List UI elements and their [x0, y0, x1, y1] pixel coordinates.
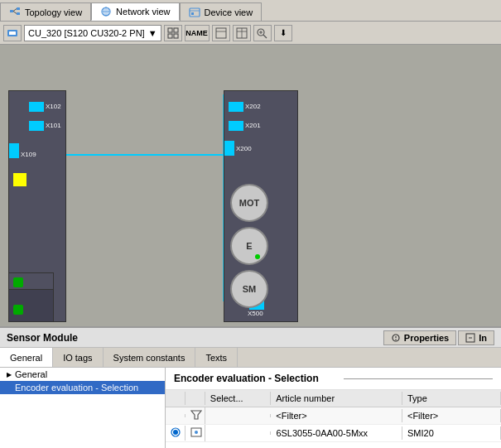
row1-select	[205, 431, 271, 435]
device-icon	[189, 7, 200, 18]
port-x101[interactable]	[29, 121, 44, 131]
dropdown-arrow: ▼	[148, 28, 157, 38]
mot-component[interactable]: MOT	[230, 184, 268, 222]
e-label: E	[246, 241, 252, 251]
svg-rect-14	[168, 28, 172, 32]
svg-point-39	[195, 431, 198, 434]
grid-icon	[167, 27, 179, 39]
svg-rect-1	[17, 7, 20, 10]
device-small-icon	[190, 426, 202, 438]
svg-rect-9	[190, 8, 200, 17]
tab-network[interactable]: Network view	[91, 2, 179, 21]
col-header-select: Select...	[205, 392, 271, 405]
svg-rect-15	[174, 28, 178, 32]
svg-rect-2	[17, 12, 20, 15]
info-icon	[465, 333, 475, 343]
device-dropdown[interactable]: CU_320 [S120 CU320-2 PN] ▼	[24, 25, 161, 41]
tree-arrow-general: ▶	[7, 371, 12, 378]
sm-component[interactable]: SM	[230, 270, 268, 308]
tab-topology[interactable]: Topology view	[0, 2, 91, 21]
toolbar-left-icon[interactable]	[3, 25, 22, 41]
col-article-label: Article number	[276, 393, 335, 403]
svg-marker-35	[191, 411, 201, 419]
svg-point-32	[395, 339, 397, 340]
svg-rect-11	[191, 12, 194, 15]
row1-type: SMI20	[402, 426, 501, 440]
port-x109[interactable]	[9, 143, 19, 158]
toolbar-btn-3[interactable]	[233, 25, 251, 41]
col-select-label: Select...	[210, 393, 243, 403]
device-label: CU_320 [S120 CU320-2 PN]	[28, 28, 145, 38]
bottom-tabs: General IO tags System constants Texts	[0, 348, 501, 368]
panel-header-buttons: Properties In	[383, 330, 494, 345]
tab-bar: Topology view Network view Device view	[0, 0, 501, 22]
info-btn[interactable]: In	[458, 330, 494, 345]
row1-radio	[166, 426, 185, 441]
tree-item-general-label: General	[15, 369, 47, 379]
svg-point-37	[173, 430, 178, 435]
tree-item-general[interactable]: ▶ General	[0, 368, 165, 381]
tab-system-constants[interactable]: System constants	[104, 348, 196, 367]
tab-texts[interactable]: Texts	[195, 348, 238, 367]
properties-btn[interactable]: Properties	[383, 330, 456, 345]
filter-type-text: <Filter>	[407, 411, 438, 421]
content-panel: Encoder evaluation - Selection Select...…	[166, 368, 501, 448]
port-x202[interactable]	[229, 102, 243, 112]
col-header-icon	[185, 392, 205, 405]
main-canvas: X102 X101 X109 X202 X201 X200 X500 MOT	[0, 45, 501, 326]
tab-io-tags-label: IO tags	[63, 353, 92, 363]
svg-rect-13	[9, 31, 16, 35]
svg-rect-18	[216, 28, 226, 38]
mot-label: MOT	[239, 198, 259, 208]
toolbar-btn-zoom[interactable]	[253, 25, 272, 41]
port-x200-label: X200	[236, 145, 252, 152]
title-underline	[344, 378, 493, 379]
tree-panel: ▶ General Encoder evaluation - Selection	[0, 368, 166, 448]
table-row-filter[interactable]: <Filter> <Filter>	[166, 407, 501, 425]
table-header: Select... Article number Type	[166, 390, 501, 407]
tree-item-encoder[interactable]: Encoder evaluation - Selection	[0, 381, 165, 394]
port-x102[interactable]	[29, 102, 44, 112]
tab-topology-label: Topology view	[25, 7, 82, 17]
tab-general[interactable]: General	[0, 348, 53, 367]
row-filter-article: <Filter>	[271, 409, 402, 422]
table-icon	[236, 27, 248, 39]
tree-item-encoder-label: Encoder evaluation - Selection	[15, 383, 138, 393]
row1-type-text: SMI20	[407, 428, 434, 438]
port-x200[interactable]	[224, 141, 234, 156]
e-component[interactable]: E	[230, 227, 268, 265]
tab-device[interactable]: Device view	[180, 2, 263, 21]
section-title-text: Encoder evaluation - Selection	[174, 373, 319, 384]
zoom-icon	[256, 27, 269, 39]
bottom-panel-title: Sensor Module	[7, 332, 78, 344]
info-btn-label: In	[479, 333, 487, 343]
svg-rect-0	[10, 10, 13, 12]
row-filter-type: <Filter>	[402, 409, 501, 422]
properties-btn-label: Properties	[404, 333, 449, 343]
filter-article-text: <Filter>	[276, 411, 306, 421]
tab-texts-label: Texts	[205, 353, 227, 363]
bottom-panel-header: Sensor Module Properties In	[0, 328, 501, 348]
network-icon	[100, 6, 112, 17]
svg-rect-16	[168, 34, 172, 38]
col-header-type: Type	[402, 392, 501, 405]
port-x102-label: X102	[46, 103, 61, 110]
svg-rect-17	[174, 34, 178, 38]
table-row-data-1[interactable]: 6SL3055-0AA00-5Mxx SMI20	[166, 425, 501, 442]
tab-network-label: Network view	[116, 7, 170, 17]
col-type-label: Type	[407, 393, 427, 403]
toolbar-btn-1[interactable]	[164, 25, 182, 41]
row-filter-select	[205, 414, 271, 417]
tab-io-tags[interactable]: IO tags	[53, 348, 103, 367]
tab-system-constants-label: System constants	[113, 353, 185, 363]
svg-line-3	[13, 8, 17, 11]
small-device-2	[8, 289, 54, 322]
toolbar-btn-2[interactable]	[212, 25, 230, 41]
toolbar-btn-down[interactable]: ⬇	[274, 25, 292, 41]
port-x201[interactable]	[229, 121, 243, 131]
port-x109-label: X109	[21, 151, 36, 158]
port-x202-label: X202	[245, 103, 261, 110]
toolbar-btn-name[interactable]: NAME	[185, 25, 210, 41]
row1-article: 6SL3055-0AA00-5Mxx	[271, 426, 402, 440]
radio-selected-icon	[171, 427, 181, 437]
